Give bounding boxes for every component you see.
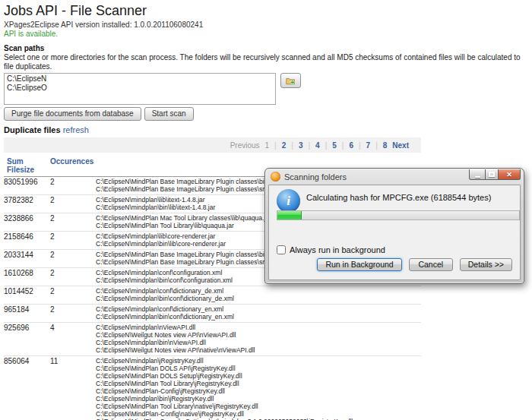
column-header-occurences[interactable]: Occurences [50,157,96,174]
pagination-page-3[interactable]: 3 [299,141,303,150]
api-status-text: API is available. [4,30,532,39]
pagination-page-6[interactable]: 6 [349,141,353,150]
file-path: C:\EclipseN\MindPlan DOLS Setup\jRegistr… [96,372,421,380]
sum-filesize-value: 3238866 [4,214,50,229]
file-path: C:\EclipseN\mindplan\conf\dictionary_en.… [96,305,421,313]
sum-filesize-value: 1014452 [4,287,50,302]
progress-fill [277,211,302,219]
progress-bar [277,210,520,220]
sum-filesize-value: 2158646 [4,232,50,248]
pagination-separator: | [274,141,277,150]
folder-plus-icon [286,75,296,87]
table-row: 85606411C:\EclipseN\mindplan\jRegistryKe… [4,356,421,420]
duplicate-files-heading: Duplicate files [4,125,61,134]
occurrences-value: 2 [50,287,96,302]
occurrences-value: 2 [50,251,96,266]
details-button[interactable]: Details >> [460,258,512,271]
file-path: C:\EclipseN\mindplan\bin\conf\dictionary… [96,295,421,302]
pagination-separator: | [342,141,344,150]
pagination-page-2[interactable]: 2 [282,141,287,150]
occurrences-value: 2 [50,178,96,193]
window-controls: ✕ [469,169,521,180]
file-path: C:\EclipseN\MindPlan Tool Library\native… [96,403,421,410]
file-path: C:\EclipseN\MindPlan Tool Library\jRegis… [96,380,421,387]
scan-paths-section: Scan paths Select one or more directorie… [4,44,532,121]
minimize-button[interactable] [469,169,486,180]
occurrences-value: 11 [50,357,96,420]
api-version-text: XPages2Eclipse API version installed: 1.… [4,21,532,30]
pagination-separator: | [308,141,310,150]
file-paths-cell: C:\EclipseN\mindplan\jRegistryKey.dllC:\… [96,357,421,420]
always-run-checkbox[interactable] [277,245,286,254]
sum-filesize-value: 2033144 [4,251,50,266]
dialog-title-icon [271,172,280,182]
file-path: C:\EclipseN\Weilgut Notes view API\nativ… [96,346,421,354]
occurrences-value: 2 [50,214,96,229]
close-icon: ✕ [506,171,512,178]
table-row: 10144522C:\EclipseN\mindplan\conf\dictio… [4,286,421,305]
maximize-icon [489,172,495,177]
pagination-page-1: 1 [265,141,270,150]
occurrences-value: 2 [50,269,96,284]
file-paths-cell: C:\EclipseN\mindplan\conf\dictionary_en.… [96,305,421,321]
pagination-separator: | [325,141,328,150]
dialog-body: i Calculating hash for MPCFG.exe (618854… [268,185,521,280]
maximize-button[interactable] [486,169,499,180]
sum-filesize-value: 925696 [4,324,50,354]
file-paths-cell: C:\EclipseN\mindplan\conf\dictionary_de.… [96,287,421,302]
pagination-previous: Previous [230,141,260,150]
sum-filesize-value: 1610268 [4,269,50,284]
table-row: 9256964C:\EclipseN\mindplan\nViewAPI.dll… [4,323,421,356]
close-button[interactable]: ✕ [499,169,521,180]
file-paths-cell: C:\EclipseN\mindplan\nViewAPI.dllC:\Ecli… [96,324,421,354]
file-path: C:\EclipseN\mindplan\conf\dictionary_de.… [96,287,421,295]
always-run-label: Always run in background [290,245,385,254]
pagination-separator: | [375,141,378,150]
pagination: Previous1|2|3|4|5|6|7|8Next [4,137,421,153]
duplicate-files-header: Duplicate files refresh [4,125,532,135]
file-path: C:\EclipseN\MindPlan-Config\jRegistryKey… [96,387,421,395]
occurrences-value: 2 [50,196,96,211]
dialog-title: Scanning folders [284,172,347,182]
file-path: C:\EclipseN\MindPlan DOLS API\jRegistryK… [96,365,421,372]
file-path: C:\EclipseN\Weilgut Notes view API\nView… [96,331,421,339]
pagination-page-7[interactable]: 7 [366,141,371,150]
pagination-next[interactable]: Next [392,141,409,150]
scan-paths-description: Select one or more directories for the s… [4,53,532,71]
info-icon: i [277,189,300,213]
sum-filesize-value: 856064 [4,357,50,420]
cancel-button[interactable]: Cancel [409,258,453,271]
pagination-page-5[interactable]: 5 [332,141,337,150]
purge-button[interactable]: Purge file documents from database [4,107,141,121]
sum-filesize-value: 83051996 [4,178,50,193]
dialog-message: Calculating hash for MPCFG.exe (6188544 … [306,193,491,202]
occurrences-value: 4 [50,324,96,354]
column-header-sum-filesize[interactable]: Sum Filesize [4,157,50,174]
pagination-separator: | [359,141,361,150]
sum-filesize-value: 3782382 [4,196,50,211]
page-title: Jobs API - File Scanner [4,3,532,18]
always-run-row: Always run in background [277,245,385,254]
file-path: C:\EclipseN\mindplan\jRegistryKey.dll [96,357,421,365]
occurrences-value: 2 [50,232,96,248]
file-path: C:\EclipseN\mindplan\bin\conf\dictionary… [96,313,421,321]
add-folder-button[interactable] [280,73,301,88]
pagination-page-8[interactable]: 8 [383,141,388,150]
scan-paths-input[interactable]: C:\EclipseN C:\EclipseO [4,73,276,105]
scanning-folders-dialog: Scanning folders ✕ i Calculating hash fo… [264,168,524,284]
file-path: C:\EclipseN\mindplan\bin\jRegistryKey.dl… [96,395,421,403]
file-path: C:\EclipseN\mindplan\nViewAPI.dll [96,324,421,331]
occurrences-value: 2 [50,305,96,321]
sum-filesize-value: 965184 [4,305,50,321]
start-scan-button[interactable]: Start scan [144,107,194,121]
run-in-background-button[interactable]: Run in Background [317,258,401,271]
scan-paths-heading: Scan paths [4,44,532,53]
table-row: 9651842C:\EclipseN\mindplan\conf\diction… [4,305,421,323]
minimize-icon [475,176,480,178]
dialog-buttons: Run in Background Cancel Details >> [317,258,512,271]
pagination-page-4[interactable]: 4 [315,141,320,150]
pagination-separator: | [291,141,293,150]
refresh-link[interactable]: refresh [63,125,89,134]
file-path: C:\EclipseN\MindPlan-Config\native\jRegi… [96,410,421,418]
file-path: C:\EclipseN\mindplan\bin\nViewAPI.dll [96,339,421,346]
